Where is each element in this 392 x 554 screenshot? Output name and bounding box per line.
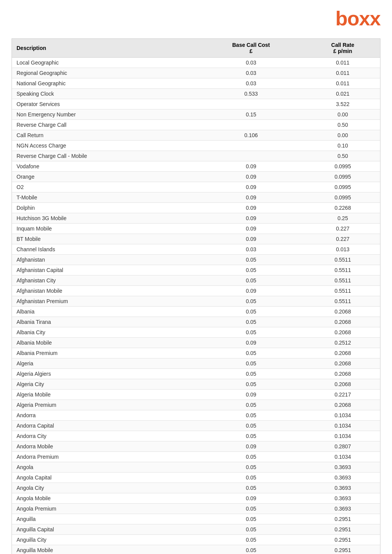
cell-base-cost [197, 141, 306, 151]
cell-description: O2 [12, 182, 197, 192]
cell-base-cost: 0.05 [197, 400, 306, 410]
table-row: NGN Access Charge0.10 [12, 141, 380, 151]
cell-base-cost: 0.05 [197, 307, 306, 317]
cell-description: Andorra Premium [12, 452, 197, 462]
cell-call-rate: 0.1034 [306, 410, 380, 421]
cell-call-rate: 0.011 [306, 58, 380, 68]
table-row: Anguilla0.050.2951 [12, 514, 380, 524]
cell-base-cost: 0.09 [197, 203, 306, 213]
table-row: Vodafone0.090.0995 [12, 161, 380, 172]
table-row: Angola City0.050.3693 [12, 483, 380, 493]
cell-description: National Geographic [12, 78, 197, 89]
cell-description: T-Mobile [12, 192, 197, 203]
table-row: Orange0.090.0995 [12, 172, 380, 182]
table-row: Afghanistan City0.050.5511 [12, 275, 380, 286]
logo-text: boxx [336, 7, 380, 30]
cell-call-rate: 0.1034 [306, 452, 380, 462]
cell-base-cost [197, 120, 306, 130]
cell-call-rate: 0.2951 [306, 524, 380, 535]
cell-base-cost: 0.09 [197, 224, 306, 234]
table-row: Algeria City0.050.2068 [12, 379, 380, 390]
cell-base-cost: 0.09 [197, 192, 306, 203]
cell-call-rate: 0.3693 [306, 483, 380, 493]
cell-call-rate: 0.2268 [306, 203, 380, 213]
cell-description: Inquam Mobile [12, 224, 197, 234]
cell-call-rate: 0.1034 [306, 431, 380, 441]
cell-call-rate: 0.5511 [306, 296, 380, 307]
cell-base-cost: 0.05 [197, 535, 306, 545]
cell-description: BT Mobile [12, 234, 197, 244]
logo: boxx [336, 7, 380, 30]
cell-call-rate: 0.227 [306, 224, 380, 234]
cell-description: Operator Services [12, 99, 197, 109]
cell-description: Andorra Mobile [12, 441, 197, 452]
cell-call-rate: 3.522 [306, 99, 380, 109]
table-row: T-Mobile0.090.0995 [12, 192, 380, 203]
cell-base-cost: 0.05 [197, 265, 306, 275]
table-row: Algeria Mobile0.090.2217 [12, 390, 380, 400]
cell-call-rate: 0.2217 [306, 390, 380, 400]
table-row: Dolphin0.090.2268 [12, 203, 380, 213]
cell-base-cost: 0.05 [197, 514, 306, 524]
cell-base-cost: 0.03 [197, 58, 306, 68]
cell-base-cost: 0.106 [197, 130, 306, 141]
cell-description: Anguilla [12, 514, 197, 524]
cell-description: Vodafone [12, 161, 197, 172]
table-row: Call Return0.1060.00 [12, 130, 380, 141]
table-row: Andorra Capital0.050.1034 [12, 421, 380, 431]
cell-base-cost: 0.15 [197, 109, 306, 120]
table-row: Algeria Premium0.050.2068 [12, 400, 380, 410]
cell-call-rate: 0.5511 [306, 265, 380, 275]
table-row: Albania Tirana0.050.2068 [12, 317, 380, 327]
table-row: Operator Services3.522 [12, 99, 380, 109]
cell-description: Algeria Premium [12, 400, 197, 410]
cell-call-rate: 0.011 [306, 78, 380, 89]
cell-call-rate: 0.013 [306, 244, 380, 255]
cell-call-rate: 0.2068 [306, 307, 380, 317]
table-row: Afghanistan Mobile0.090.5511 [12, 286, 380, 296]
cell-call-rate: 0.2951 [306, 514, 380, 524]
table-header-row: Description Base Call Cost £ Call Rate £… [12, 39, 380, 58]
cell-description: Afghanistan Mobile [12, 286, 197, 296]
table-row: Algeria0.050.2068 [12, 358, 380, 369]
cell-call-rate: 0.10 [306, 141, 380, 151]
cell-base-cost: 0.05 [197, 452, 306, 462]
cell-description: Channel Islands [12, 244, 197, 255]
cell-base-cost: 0.05 [197, 504, 306, 514]
cell-base-cost: 0.05 [197, 255, 306, 265]
cell-description: Algeria Mobile [12, 390, 197, 400]
cell-description: Algeria City [12, 379, 197, 390]
cell-base-cost: 0.05 [197, 317, 306, 327]
cell-description: Angola Premium [12, 504, 197, 514]
cell-description: Angola Mobile [12, 493, 197, 504]
cell-call-rate: 0.2068 [306, 348, 380, 358]
header-description: Description [12, 39, 197, 58]
table-row: Albania City0.050.2068 [12, 327, 380, 338]
cell-call-rate: 0.5511 [306, 275, 380, 286]
cell-base-cost: 0.05 [197, 545, 306, 554]
cell-call-rate: 0.2807 [306, 441, 380, 452]
table-row: Afghanistan Capital0.050.5511 [12, 265, 380, 275]
cell-base-cost: 0.05 [197, 473, 306, 483]
cell-description: Afghanistan [12, 255, 197, 265]
cell-base-cost: 0.09 [197, 338, 306, 348]
cell-base-cost: 0.03 [197, 68, 306, 78]
table-row: Reverse Charge Call - Mobile0.50 [12, 151, 380, 161]
table-row: Angola Mobile0.090.3693 [12, 493, 380, 504]
cell-call-rate: 0.3693 [306, 493, 380, 504]
table-body: Local Geographic0.030.011Regional Geogra… [12, 58, 380, 554]
cell-base-cost: 0.05 [197, 296, 306, 307]
cell-base-cost: 0.09 [197, 234, 306, 244]
cell-call-rate: 0.0995 [306, 172, 380, 182]
table-row: National Geographic0.030.011 [12, 78, 380, 89]
table-row: Angola Premium0.050.3693 [12, 504, 380, 514]
cell-call-rate: 0.0995 [306, 161, 380, 172]
cell-base-cost: 0.05 [197, 275, 306, 286]
table-row: Andorra City0.050.1034 [12, 431, 380, 441]
cell-call-rate: 0.2068 [306, 400, 380, 410]
cell-base-cost: 0.05 [197, 431, 306, 441]
cell-base-cost [197, 99, 306, 109]
cell-call-rate: 0.2512 [306, 338, 380, 348]
cell-base-cost: 0.05 [197, 327, 306, 338]
cell-description: NGN Access Charge [12, 141, 197, 151]
